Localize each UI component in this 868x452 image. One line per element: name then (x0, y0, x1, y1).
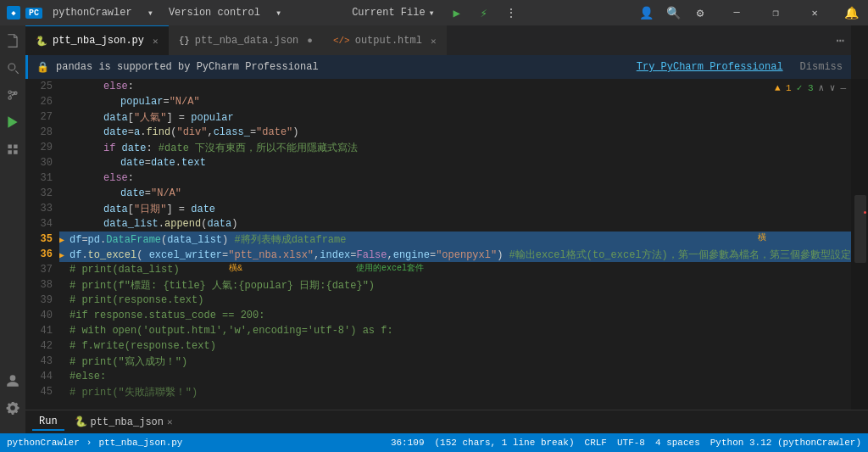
status-project[interactable]: pythonCrawler (7, 438, 80, 448)
code-line-26: popular="N/A" (59, 94, 851, 109)
account-icon[interactable]: 👤 (636, 3, 656, 23)
notification-dismiss-button[interactable]: Dismiss (800, 61, 843, 73)
editor-area: 25 26 27 28 29 30 31 32 33 34 35 36 37 3… (25, 79, 851, 433)
code-line-38: # print(f"標題: {title} 人氣:{popular} 日期:{d… (59, 277, 851, 293)
minimize-button[interactable]: — (717, 0, 756, 25)
error-marker (864, 211, 866, 214)
annotation-line37-right: 使用的excel套件 (356, 262, 424, 274)
run-bar: Run 🐍 ptt_nba_json ✕ (25, 410, 868, 433)
editor-warnings: ▲ 1 ✓ 3 ∧ ∨ — (771, 81, 849, 95)
tab-close-btn[interactable]: ✕ (431, 36, 437, 47)
notification-lock-icon: 🔒 (36, 61, 49, 74)
activity-git[interactable] (1, 83, 25, 107)
status-file[interactable]: ptt_nba_json.py (98, 438, 182, 448)
activity-search[interactable] (1, 56, 25, 80)
code-line-43: # print("寫入成功！") (59, 354, 851, 369)
code-line-30: date=date.text (59, 155, 851, 170)
code-line-41: # with open('output.html','w',encoding='… (59, 323, 851, 338)
status-encoding[interactable]: UTF-8 (617, 438, 645, 448)
line-numbers: 25 26 27 28 29 30 31 32 33 34 35 36 37 3… (25, 79, 59, 433)
line-num-31: 31 (25, 170, 53, 186)
tab-close-btn[interactable]: ✕ (153, 36, 159, 47)
code-line-42: # f.write(response.text) (59, 338, 851, 354)
collapse-icon[interactable]: — (840, 83, 846, 93)
line-num-35: 35 (25, 232, 53, 247)
minimap-thumb[interactable] (854, 195, 866, 263)
title-bar: ◆ PC pythonCrawler ▾ Version control ▾ C… (0, 0, 868, 25)
tab-more-button[interactable]: ⋯ (829, 25, 851, 55)
activity-run-debug[interactable] (1, 110, 25, 134)
line-num-32: 32 (25, 186, 53, 201)
more-actions-button[interactable]: ⋮ (501, 3, 521, 23)
notification-link[interactable]: Try PyCharm Professional (637, 61, 783, 73)
project-dropdown[interactable]: ▾ (141, 5, 160, 21)
code-line-39: # print(response.text) (59, 293, 851, 308)
tab-ptt-nba-json-py[interactable]: 🐍 ptt_nba_json.py ✕ (25, 25, 169, 55)
status-python-version[interactable]: Python 3.12 (pythonCrawler) (710, 438, 861, 448)
close-button[interactable]: ✕ (795, 0, 834, 25)
code-line-37: # print(data_list) 橫& 使用的excel套件 (59, 262, 851, 277)
notifications-icon[interactable]: 🔔 (841, 3, 861, 23)
warning-icon-35: ▶ (59, 235, 64, 245)
run-close-button[interactable]: ✕ (167, 416, 173, 427)
line-num-41: 41 (25, 323, 53, 338)
status-right: 36:109 (152 chars, 1 line break) CRLF UT… (391, 438, 861, 448)
python-icon-small: 🐍 (75, 416, 87, 428)
search-icon[interactable]: 🔍 (663, 3, 683, 23)
run-button[interactable]: ▶ (447, 3, 467, 23)
code-line-35: ▶ df=pd.DataFrame(data_list) #將列表轉成dataf… (59, 232, 851, 247)
file-tab[interactable]: 🐍 ptt_nba_json ✕ (68, 414, 180, 430)
project-badge[interactable]: PC (25, 8, 42, 19)
activity-explorer[interactable] (1, 29, 25, 53)
notification-bar: 🔒 pandas is supported by PyCharm Profess… (25, 55, 851, 79)
warning-count[interactable]: ▲ 1 (775, 83, 792, 93)
activity-extensions[interactable] (1, 137, 25, 161)
title-bar-right: 👤 🔍 ⚙ — ❐ ✕ 🔔 (636, 0, 861, 25)
python-file-icon: 🐍 (36, 36, 47, 47)
run-tab-label: Run (39, 416, 58, 427)
version-control-dropdown[interactable]: ▾ (269, 5, 288, 21)
current-file-button[interactable]: Current File ▾ (347, 5, 440, 21)
code-line-28: date=a.find("div",class_="date") (59, 125, 851, 140)
tab-output-html[interactable]: </> output.html ✕ (323, 25, 447, 55)
project-name[interactable]: pythonCrawler (46, 5, 139, 20)
code-line-33: data["日期"] = date (59, 201, 851, 216)
code-content[interactable]: else: popular="N/A" data["人氣"] = popular… (59, 79, 851, 433)
status-chars[interactable]: (152 chars, 1 line break) (435, 438, 575, 448)
status-indent[interactable]: 4 spaces (655, 438, 700, 448)
nav-arrows[interactable]: ∧ ∨ (819, 82, 836, 93)
line-num-42: 42 (25, 338, 53, 354)
code-line-34: data_list.append(data) (59, 216, 851, 232)
settings-icon[interactable]: ⚙ (690, 3, 710, 23)
activity-account[interactable] (1, 369, 25, 393)
line-num-34: 34 (25, 216, 53, 232)
minimap (851, 79, 868, 410)
status-line-ending[interactable]: CRLF (585, 438, 607, 448)
run-tab[interactable]: Run (32, 414, 64, 431)
tab-label: ptt_nba_json.py (53, 35, 144, 47)
status-left: pythonCrawler › ptt_nba_json.py (7, 438, 182, 448)
tab-ptt-nba-data-json[interactable]: {} ptt_nba_data.json ● (169, 25, 323, 55)
line-num-26: 26 (25, 94, 53, 109)
maximize-button[interactable]: ❐ (756, 0, 795, 25)
tab-close-btn[interactable]: ● (307, 36, 313, 46)
check-count[interactable]: ✓ 3 (797, 82, 814, 93)
code-line-45: # print("失敗請聯繫！") (59, 384, 851, 399)
title-bar-left: ◆ PC pythonCrawler ▾ Version control ▾ (7, 5, 288, 21)
line-num-36: 36 (25, 247, 53, 262)
status-separator: › (86, 438, 92, 448)
code-line-40: #if response.status_code == 200: (59, 308, 851, 323)
annotation-line37-left: 橫& (229, 262, 242, 274)
code-line-29: if date: #date 下沒有東西，所以不能用隱藏式寫法 (59, 140, 851, 155)
code-line-36: ▶ df.to_excel( excel_writer="ptt_nba.xls… (59, 247, 851, 262)
run-file-label: ptt_nba_json (91, 416, 164, 428)
status-position[interactable]: 36:109 (391, 438, 425, 448)
line-num-33: 33 (25, 201, 53, 216)
line-num-39: 39 (25, 293, 53, 308)
activity-settings[interactable] (1, 396, 25, 420)
line-num-44: 44 (25, 369, 53, 384)
debug-button[interactable]: ⚡ (474, 3, 494, 23)
line-num-43: 43 (25, 354, 53, 369)
line-num-30: 30 (25, 155, 53, 170)
version-control-menu[interactable]: Version control (162, 5, 267, 20)
